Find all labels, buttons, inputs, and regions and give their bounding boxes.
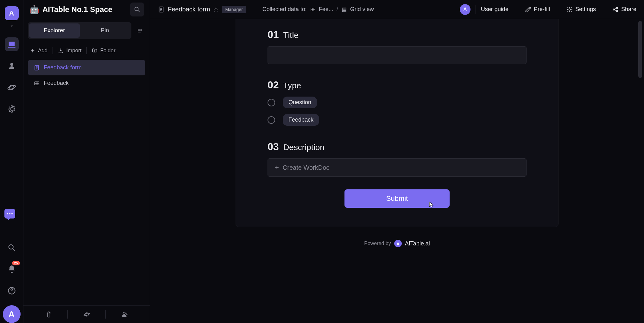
share-label: Share <box>621 6 636 13</box>
svg-point-7 <box>84 313 90 316</box>
divider <box>476 5 476 14</box>
notification-badge: 25 <box>12 261 20 265</box>
divider <box>86 47 87 54</box>
planet-icon[interactable] <box>5 80 19 94</box>
field-description: 03 Description + Create WorkDoc <box>268 141 527 177</box>
field-title: 01 Title <box>268 29 527 64</box>
help-icon[interactable] <box>5 284 19 298</box>
workspace-avatar[interactable]: A <box>5 6 19 20</box>
form-panel: 01 Title 02 Type Question Feedback <box>236 19 559 227</box>
prefill-label: Pre-fill <box>534 6 550 13</box>
header-avatar[interactable]: A <box>460 4 470 15</box>
tree-item-feedback-form[interactable]: Feedback form <box>28 60 145 75</box>
tree-item-label: Feedback <box>44 80 69 86</box>
sidebar-tabs: Explorer Pin <box>28 22 131 39</box>
form-icon <box>158 6 165 13</box>
radio-option-question[interactable]: Question <box>268 97 527 108</box>
svg-point-10 <box>569 9 570 10</box>
workspace-title: AITable No.1 Space <box>42 5 127 14</box>
radio-option-feedback[interactable]: Feedback <box>268 114 527 126</box>
svg-point-1 <box>7 85 16 90</box>
folder-label: Folder <box>100 48 115 54</box>
field-number: 02 <box>268 79 279 91</box>
radio-icon <box>268 116 275 124</box>
field-name-label: Type <box>283 81 301 91</box>
brand-name[interactable]: AITable.ai <box>405 240 430 247</box>
share-button[interactable]: Share <box>612 6 636 13</box>
trash-icon[interactable] <box>30 311 67 318</box>
prefill-button[interactable]: Pre-fill <box>525 6 550 13</box>
title-input[interactable] <box>268 46 527 64</box>
field-number: 03 <box>268 141 279 153</box>
import-label: Import <box>66 48 81 54</box>
cursor-icon <box>429 201 434 208</box>
chat-icon[interactable] <box>4 209 15 218</box>
create-workdoc-label: Create WorkDoc <box>283 164 329 171</box>
notifications-icon[interactable]: 25 <box>5 262 19 276</box>
chevron-down-icon[interactable] <box>9 23 14 30</box>
workspace-icon[interactable] <box>5 37 19 51</box>
main-area: Feedback form ☆ Manager Collected data t… <box>150 0 644 323</box>
form-canvas: 01 Title 02 Type Question Feedback <box>150 19 644 323</box>
tab-pin[interactable]: Pin <box>80 23 130 38</box>
settings-nav-icon[interactable] <box>5 102 19 116</box>
invite-icon[interactable] <box>106 311 143 318</box>
breadcrumb-fee[interactable]: Fee... <box>319 6 333 13</box>
tab-explorer[interactable]: Explorer <box>29 23 80 38</box>
scrollbar[interactable] <box>638 21 642 78</box>
plus-icon: + <box>275 163 279 172</box>
field-number: 01 <box>268 29 279 41</box>
left-rail: A 25 A <box>0 0 23 323</box>
role-badge: Manager <box>222 6 246 13</box>
create-workdoc-button[interactable]: + Create WorkDoc <box>268 158 527 177</box>
radio-icon <box>268 99 275 106</box>
divider <box>53 47 53 54</box>
settings-button[interactable]: Settings <box>566 6 596 13</box>
user-guide-link[interactable]: User guide <box>481 6 508 13</box>
add-button[interactable]: Add <box>30 48 47 54</box>
svg-point-8 <box>123 312 125 314</box>
breadcrumb-view[interactable]: Grid view <box>350 6 374 13</box>
grid-icon <box>310 7 316 12</box>
user-avatar[interactable]: A <box>3 305 21 323</box>
sidebar-search-button[interactable] <box>130 3 144 16</box>
grid-view-icon <box>341 7 347 12</box>
explore-icon[interactable] <box>68 311 105 318</box>
collapse-sidebar-icon[interactable] <box>134 25 145 36</box>
folder-button[interactable]: Folder <box>92 48 115 54</box>
search-nav-icon[interactable] <box>5 241 19 255</box>
settings-label: Settings <box>575 6 596 13</box>
breadcrumb-separator: / <box>337 6 338 13</box>
main-header: Feedback form ☆ Manager Collected data t… <box>150 0 644 19</box>
collected-label: Collected data to: <box>262 6 307 13</box>
sidebar-panel: 🤖 AITable No.1 Space Explorer Pin Add Im… <box>23 0 150 323</box>
svg-point-2 <box>9 245 13 249</box>
import-button[interactable]: Import <box>58 48 81 54</box>
option-chip: Feedback <box>283 114 319 126</box>
star-icon[interactable]: ☆ <box>213 6 219 13</box>
field-name-label: Description <box>283 142 325 152</box>
add-label: Add <box>38 48 47 54</box>
doc-title: Feedback form <box>168 6 210 13</box>
svg-point-4 <box>135 7 138 11</box>
field-type: 02 Type Question Feedback <box>268 79 527 126</box>
tree-item-label: Feedback form <box>44 64 82 71</box>
brand-logo-icon <box>394 240 402 247</box>
option-chip: Question <box>283 97 317 108</box>
robot-icon: 🤖 <box>29 5 39 15</box>
powered-by: Powered by AITable.ai <box>364 240 430 260</box>
powered-by-label: Powered by <box>364 241 391 246</box>
tree-item-feedback[interactable]: Feedback <box>28 75 145 91</box>
field-name-label: Title <box>283 30 299 40</box>
members-icon[interactable] <box>5 59 19 73</box>
